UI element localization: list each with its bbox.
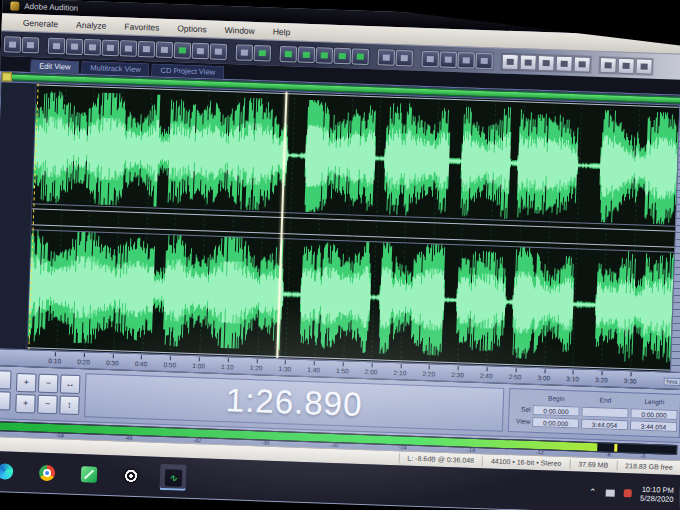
zoom-button[interactable]: ↔ <box>60 374 81 394</box>
tray-volume-icon[interactable] <box>605 489 614 496</box>
toolbar-button[interactable] <box>555 55 573 72</box>
toolbar-button[interactable] <box>421 50 439 67</box>
toolbar-button[interactable] <box>4 36 22 53</box>
meter-peak <box>615 444 618 452</box>
ruler-label: 1:20 <box>250 364 263 371</box>
ruler-label: 0:10 <box>48 357 61 364</box>
ruler-label: 3:20 <box>595 376 608 383</box>
menu-window[interactable]: Window <box>215 24 264 36</box>
meter-scale-label: -42 <box>193 437 201 443</box>
ruler-label: 2:30 <box>451 371 464 378</box>
ruler-label: 0:30 <box>106 359 119 366</box>
ruler-label: 2:00 <box>365 368 378 375</box>
ruler-label: 3:00 <box>537 374 550 381</box>
toolbar-group <box>279 44 371 65</box>
chrome-icon[interactable] <box>34 460 61 487</box>
selview-cell-begin: 0:00.000 <box>532 417 579 429</box>
toolbar-button[interactable] <box>48 37 66 54</box>
time-display-value: 1:26.890 <box>225 381 363 424</box>
toolbar-button[interactable] <box>599 57 617 74</box>
ruler-label: 1:00 <box>192 362 205 369</box>
toolbar-button[interactable] <box>457 52 475 69</box>
toolbar-button[interactable] <box>573 56 591 73</box>
selection-view-panel: BeginEndLengthSel0:00.0000:00.000View0:0… <box>508 388 680 438</box>
toolbar-button[interactable] <box>475 52 493 69</box>
toolbar-button[interactable] <box>192 42 210 59</box>
menu-analyze[interactable]: Analyze <box>67 19 116 31</box>
toolbar-button[interactable] <box>439 51 457 68</box>
zoom-button[interactable]: ↕ <box>59 395 80 415</box>
toolbar-button[interactable] <box>537 54 555 71</box>
toolbar-button[interactable] <box>378 49 396 66</box>
toolbar-button[interactable] <box>236 44 254 61</box>
waveform-panel: hms 0:100:200:300:400:501:001:101:201:30… <box>0 71 680 390</box>
selview-cell-end <box>581 407 628 419</box>
tray-record-icon[interactable] <box>623 489 631 497</box>
wave-display[interactable] <box>27 83 679 371</box>
toolbar-group <box>420 49 494 70</box>
toolbar-button[interactable] <box>66 38 84 55</box>
zoom-button[interactable]: − <box>37 395 58 415</box>
ruler-label: 2:40 <box>480 372 493 379</box>
meter-scale-label: -36 <box>262 439 270 445</box>
toolbar-button[interactable] <box>156 41 174 58</box>
toolbar-group <box>235 43 273 62</box>
status-segment: L: -8.6dB @ 0:36.048 <box>398 453 482 466</box>
toolbar-button[interactable] <box>635 58 653 75</box>
toolbar-group <box>598 55 654 75</box>
greenapp-icon[interactable] <box>76 461 103 488</box>
toolbar-button[interactable] <box>84 39 102 56</box>
system-tray: ⌃ 10:10 PM 5/28/2020 <box>589 483 674 504</box>
menu-favorites[interactable]: Favorites <box>115 21 168 33</box>
range-handle-left[interactable] <box>2 72 12 81</box>
selview-row-label: Sel <box>512 404 530 415</box>
toolbar-button[interactable] <box>120 40 138 57</box>
toolbar-button[interactable] <box>617 57 635 74</box>
selview-header: Length <box>631 396 678 408</box>
toolbar-button[interactable] <box>22 36 40 53</box>
toolbar-button[interactable] <box>519 54 537 71</box>
toolbar-button[interactable] <box>174 42 192 59</box>
toolbar-button[interactable] <box>334 47 352 64</box>
selview-header: End <box>582 395 629 407</box>
zoom-button[interactable]: − <box>38 374 59 394</box>
tray-chevron-up-icon[interactable]: ⌃ <box>589 487 597 497</box>
ruler-label: 1:50 <box>336 367 349 374</box>
menu-options[interactable]: Options <box>168 22 216 34</box>
time-unit-label: hms <box>663 377 680 386</box>
zoom-button[interactable]: + <box>16 373 37 393</box>
ruler-label: 0:40 <box>135 360 148 367</box>
ruler-label: 2:50 <box>509 373 522 380</box>
toolbar-button[interactable] <box>280 45 298 62</box>
toolbar-button[interactable] <box>316 47 334 64</box>
zoom-button[interactable]: + <box>15 394 36 414</box>
toolbar-button[interactable] <box>138 40 156 57</box>
toolbar-button[interactable] <box>210 43 228 60</box>
clock-date: 5/28/2020 <box>640 494 674 504</box>
selview-cell-end: 3:44.054 <box>581 419 628 431</box>
ruler-label: 1:40 <box>307 366 320 373</box>
taskbar-clock[interactable]: 10:10 PM 5/28/2020 <box>640 485 674 504</box>
toolbar-button[interactable] <box>352 48 370 65</box>
edge-icon[interactable] <box>0 458 19 485</box>
target-icon[interactable] <box>118 462 145 489</box>
meter-scale-label: -3 <box>640 453 645 459</box>
selview-cell-length: 0:00.000 <box>630 408 677 420</box>
menu-help[interactable]: Help <box>264 26 300 37</box>
transport-button[interactable] <box>0 391 11 411</box>
monitor-screen: Adobe Audition GenerateAnalyzeFavoritesO… <box>0 0 680 510</box>
waveform-canvas[interactable] <box>27 83 679 371</box>
menu-generate[interactable]: Generate <box>14 17 68 29</box>
toolbar-button[interactable] <box>396 49 414 66</box>
toolbar-button[interactable] <box>501 53 519 70</box>
transport-button[interactable] <box>0 370 12 390</box>
window-title: Adobe Audition <box>24 2 78 13</box>
toolbar-button[interactable] <box>254 44 272 61</box>
toolbar-button[interactable] <box>298 46 316 63</box>
meter-scale-label: -12 <box>536 449 544 455</box>
status-segment: 37.69 MB <box>569 459 616 471</box>
meter-scale-label: -18 <box>467 447 475 453</box>
transport-partial <box>0 370 12 415</box>
toolbar-button[interactable] <box>102 39 120 56</box>
audition-icon[interactable] <box>160 464 187 491</box>
